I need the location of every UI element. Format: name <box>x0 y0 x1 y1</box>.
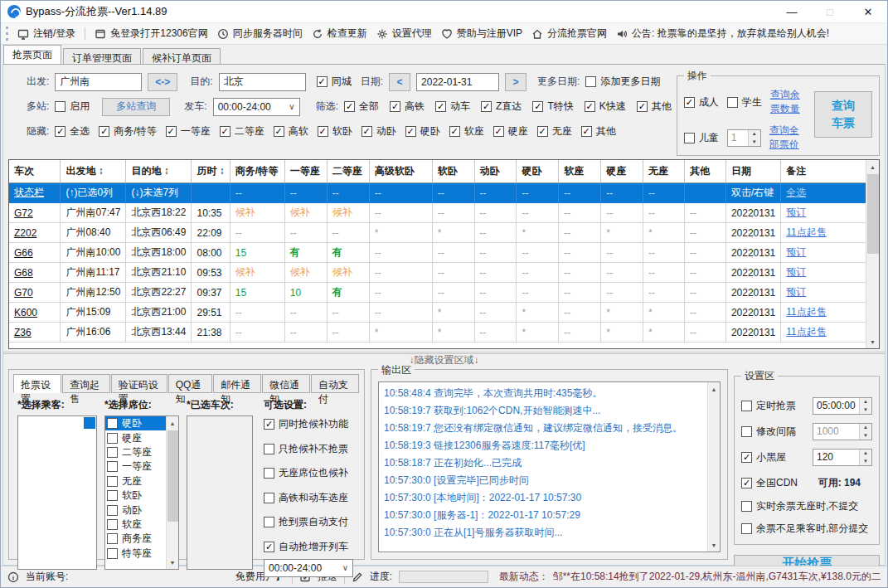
child-count-spinner[interactable]: 1▲▼ <box>727 129 761 147</box>
seat-option[interactable]: 一等座 <box>105 459 166 474</box>
add-more-dates-checkbox[interactable]: 添加更多日期 <box>585 75 660 89</box>
setting-checkbox[interactable]: 余票不足乘客时,部分提交 <box>741 522 872 536</box>
scrollbar-thumb[interactable] <box>867 174 879 254</box>
scroll-down-icon[interactable]: ▼ <box>708 538 720 552</box>
toolbar-set-proxy[interactable]: 设置代理 <box>376 27 432 41</box>
train-row[interactable]: Z36广州16:06北京西13:4421:38------**--*--**--… <box>9 323 879 343</box>
column-header[interactable]: 二等座 <box>327 160 369 183</box>
minimize-button[interactable]: — <box>773 1 811 22</box>
hide-checkbox[interactable]: ✓一等座 <box>166 124 211 138</box>
settings-tab-4[interactable]: QQ通知 <box>168 374 212 393</box>
seat-checkbox[interactable]: 硬卧 <box>107 416 142 430</box>
query-remaining-link[interactable]: 查询余票数量 <box>770 88 808 116</box>
train-number-link[interactable]: K600 <box>14 307 37 318</box>
train-row[interactable]: G68广州南11:17北京西21:1009:53候补候补候补----------… <box>9 263 879 283</box>
settings-tab-6[interactable]: 微信通知 <box>262 374 310 393</box>
hide-checkbox[interactable]: ✓软座 <box>449 124 484 138</box>
status-row[interactable]: 状态栏(↑)已选0列(↓)未选7列--------------------双击/… <box>9 183 879 203</box>
same-city-checkbox[interactable]: ✓同城 <box>317 75 352 89</box>
train-number-link[interactable]: G72 <box>14 207 33 219</box>
spinner-up-icon[interactable]: ▲ <box>860 450 871 458</box>
column-header[interactable]: 动卧 <box>474 160 517 183</box>
grab-option-checkbox[interactable]: 高铁和动车选座 <box>264 491 353 505</box>
toolbar-open-12306[interactable]: 免登录打开12306官网 <box>95 27 207 41</box>
hide-checkbox[interactable]: ✓硬卧 <box>405 124 440 138</box>
note-link[interactable]: 11点起售 <box>786 326 826 338</box>
hide-checkbox[interactable]: ✓无座 <box>537 124 572 138</box>
train-number-link[interactable]: Z36 <box>14 327 32 338</box>
tab-grab-page[interactable]: 抢票页面 <box>3 45 61 64</box>
seat-option[interactable]: 硬座 <box>105 430 166 445</box>
seat-option[interactable]: 软卧 <box>105 488 166 503</box>
hide-checkbox[interactable]: ✓商务/特等 <box>99 124 156 138</box>
spinner-down-icon[interactable]: ▼ <box>860 457 871 465</box>
grab-time-range-dropdown[interactable]: 00:00-24:00∨ <box>264 559 353 577</box>
setting-checkbox[interactable]: 定时抢票 <box>741 399 796 413</box>
setting-checkbox[interactable]: 实时余票无座时,不提交 <box>741 499 872 513</box>
column-header[interactable]: 其他 <box>685 160 726 183</box>
hide-checkbox[interactable]: ✓全选 <box>55 124 90 138</box>
query-tickets-button[interactable]: 查询车票 <box>814 91 872 138</box>
seat-checkbox[interactable]: 无座 <box>107 474 142 488</box>
column-header[interactable]: 日期 <box>725 160 780 183</box>
seat-option[interactable]: 软座 <box>105 518 166 532</box>
seat-option[interactable]: 动卧 <box>105 503 166 517</box>
note-link[interactable]: 全选 <box>786 187 806 198</box>
spinner-up-icon[interactable]: ▲ <box>860 398 871 406</box>
column-header[interactable]: 无座 <box>643 160 685 183</box>
seat-checkbox[interactable]: 商务座 <box>107 532 152 546</box>
output-scrollbar[interactable]: ▲ ▼ <box>707 382 720 552</box>
column-header[interactable]: 目的地 ↕ <box>126 160 192 183</box>
settings-tab-7[interactable]: 自动支付 <box>311 374 359 393</box>
multi-enable-checkbox[interactable]: 启用 <box>55 100 90 114</box>
cdn-checkbox[interactable]: ✓全国CDN <box>741 476 798 490</box>
seat-option[interactable]: 二等座 <box>105 445 166 459</box>
toolbar-sponsor-vip[interactable]: 赞助与注册VIP <box>441 27 522 41</box>
spinner-down-icon[interactable]: ▼ <box>860 431 871 440</box>
tab-order-management[interactable]: 订单管理页面 <box>63 48 141 64</box>
grab-option-checkbox[interactable]: 抢到票自动支付 <box>264 515 353 529</box>
toolbar-grip[interactable] <box>6 27 8 41</box>
column-header[interactable]: 软卧 <box>432 160 474 183</box>
note-link[interactable]: 11点起售 <box>786 306 826 318</box>
filter-checkbox[interactable]: ✓动车 <box>435 100 470 114</box>
setting-spinner[interactable]: 05:00:00▲▼ <box>813 397 872 415</box>
hide-checkbox[interactable]: ✓硬座 <box>493 124 528 138</box>
spinner-down-icon[interactable]: ▼ <box>860 406 871 414</box>
settings-tab-2[interactable]: 查询起售 <box>62 374 110 393</box>
grab-option-checkbox[interactable]: 无座席位也候补 <box>264 466 353 480</box>
spinner-down-icon[interactable]: ▼ <box>749 138 760 146</box>
depart-time-dropdown[interactable]: 00:00-24:00∨ <box>213 98 300 116</box>
settings-tab-1[interactable]: 抢票设置 <box>13 374 61 393</box>
column-header[interactable]: 历时 ↕ <box>192 160 230 183</box>
filter-checkbox[interactable]: ✓全部 <box>344 100 379 114</box>
hide-settings-divider[interactable]: ↓隐藏设置区域↓ <box>3 352 885 366</box>
selected-trains-listbox[interactable] <box>187 415 253 570</box>
note-link[interactable]: 预订 <box>786 207 806 218</box>
column-header[interactable]: 一等座 <box>284 160 327 183</box>
hide-checkbox[interactable]: ✓软卧 <box>318 124 352 138</box>
seat-checkbox[interactable]: 软座 <box>107 518 142 532</box>
train-row[interactable]: G72广州南07:47北京西18:2210:35候补候补候补----------… <box>9 203 879 223</box>
spinner-up-icon[interactable]: ▲ <box>749 130 760 138</box>
toolbar-logout-login[interactable]: 注销/登录 <box>17 27 75 41</box>
train-number-link[interactable]: G66 <box>14 247 33 259</box>
seat-checkbox[interactable]: 特等座 <box>107 547 152 561</box>
scrollbar-thumb[interactable] <box>167 430 178 522</box>
tab-waitlist-orders[interactable]: 候补订单页面 <box>143 48 221 64</box>
seat-checkbox[interactable]: 硬座 <box>107 431 142 445</box>
settings-tab-5[interactable]: 邮件通知 <box>213 374 261 393</box>
column-header[interactable]: 软座 <box>559 160 601 183</box>
hide-checkbox[interactable]: ✓动卧 <box>362 124 396 138</box>
toolbar-check-update[interactable]: 检查更新 <box>312 27 367 41</box>
column-header[interactable]: 备注 <box>781 160 879 183</box>
scroll-down-icon[interactable]: ▼ <box>866 335 879 348</box>
hide-checkbox[interactable]: ✓二等座 <box>220 124 264 138</box>
seat-listbox[interactable]: 硬卧硬座二等座一等座无座软卧动卧软座商务座特等座 ▲ ▼ <box>104 415 179 570</box>
close-button[interactable]: ✕ <box>849 1 887 22</box>
note-link[interactable]: 预订 <box>786 266 806 278</box>
filter-checkbox[interactable]: ✓K快速 <box>585 100 626 114</box>
train-row[interactable]: G70广州南12:50北京西22:2709:371510有-----------… <box>9 283 879 303</box>
maximize-button[interactable]: □ <box>811 1 849 22</box>
date-prev-button[interactable]: < <box>389 73 410 91</box>
